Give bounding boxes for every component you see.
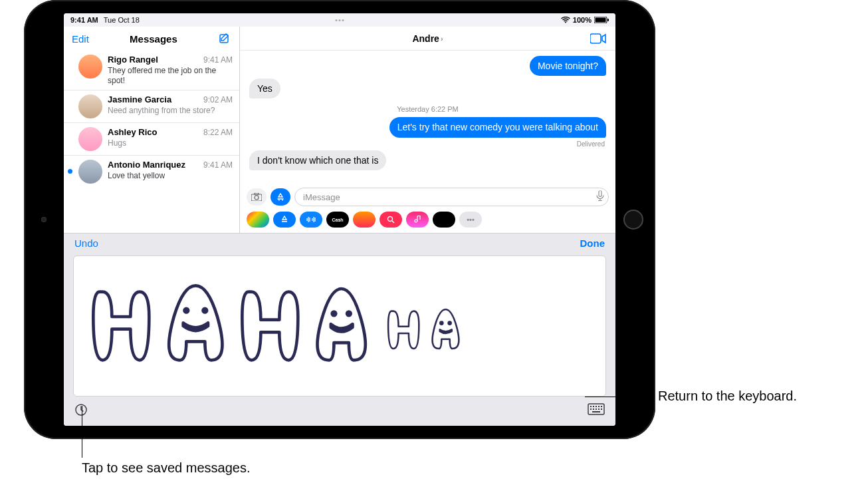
status-date: Tue Oct 18 bbox=[104, 16, 140, 24]
facetime-button[interactable] bbox=[590, 33, 606, 44]
message-bubble-sent[interactable]: Movie tonight? bbox=[530, 56, 606, 76]
wifi-icon bbox=[561, 17, 570, 23]
svg-rect-2 bbox=[607, 19, 609, 21]
avatar bbox=[78, 55, 102, 79]
svg-rect-1 bbox=[596, 18, 606, 23]
chat-timestamp: Yesterday 6:22 PM bbox=[249, 105, 606, 113]
svg-rect-21 bbox=[598, 406, 599, 407]
message-input-row: iMessage bbox=[240, 185, 615, 209]
app-strip: Cash ••• bbox=[240, 209, 615, 233]
message-input[interactable]: iMessage bbox=[294, 188, 609, 206]
battery-icon bbox=[594, 17, 609, 23]
svg-rect-19 bbox=[593, 406, 594, 407]
chat-header: Andre › bbox=[240, 27, 615, 51]
chat-contact-button[interactable]: Andre › bbox=[412, 33, 443, 44]
compose-button[interactable] bbox=[218, 32, 231, 45]
multitask-grabber[interactable] bbox=[336, 19, 344, 21]
app-store[interactable] bbox=[273, 212, 296, 228]
svg-rect-27 bbox=[601, 408, 602, 410]
svg-rect-28 bbox=[592, 411, 600, 412]
camera-icon bbox=[251, 193, 262, 201]
chevron-right-icon: › bbox=[441, 35, 443, 43]
handwriting-canvas[interactable] bbox=[73, 255, 606, 397]
callout-line bbox=[82, 406, 82, 458]
svg-rect-20 bbox=[596, 406, 597, 407]
svg-point-10 bbox=[185, 309, 189, 313]
message-bubble-recv[interactable]: Yes bbox=[249, 79, 280, 98]
app-audio[interactable] bbox=[300, 212, 322, 228]
svg-point-9 bbox=[388, 217, 393, 222]
conversation-preview: They offered me the job on the spot! bbox=[108, 66, 233, 86]
camera-button[interactable] bbox=[247, 188, 267, 206]
keyboard-icon bbox=[588, 403, 605, 415]
conversation-sidebar: Edit Messages Rigo Rangel 9:41 AM bbox=[64, 27, 240, 233]
app-store-button[interactable] bbox=[271, 188, 290, 206]
conversation-time: 8:22 AM bbox=[203, 128, 233, 137]
unread-dot-icon bbox=[68, 169, 72, 174]
edit-button[interactable]: Edit bbox=[72, 33, 89, 45]
svg-rect-4 bbox=[590, 34, 601, 43]
svg-point-13 bbox=[347, 312, 351, 316]
handwriting-panel: Undo Done bbox=[64, 233, 615, 426]
handwriting-drawing bbox=[87, 279, 521, 373]
svg-point-14 bbox=[440, 322, 443, 325]
app-search[interactable] bbox=[380, 212, 402, 228]
app-music[interactable] bbox=[406, 212, 429, 228]
message-bubble-sent[interactable]: Let's try that new comedy you were talki… bbox=[389, 117, 606, 137]
saved-messages-button[interactable] bbox=[74, 403, 88, 422]
conversation-preview: Love that yellow bbox=[108, 171, 233, 181]
done-button[interactable]: Done bbox=[580, 238, 605, 249]
app-photos[interactable] bbox=[247, 212, 269, 228]
dictation-button[interactable] bbox=[596, 191, 604, 204]
battery-pct: 100% bbox=[573, 16, 592, 24]
conversation-preview: Hugs bbox=[108, 138, 233, 148]
conversation-time: 9:41 AM bbox=[203, 160, 233, 170]
app-more[interactable]: ••• bbox=[459, 212, 482, 228]
conversation-name: Jasmine Garcia bbox=[108, 94, 171, 104]
conversation-item[interactable]: Jasmine Garcia 9:02 AM Need anything fro… bbox=[64, 90, 239, 123]
message-bubble-recv[interactable]: I don't know which one that is bbox=[249, 150, 386, 170]
svg-point-11 bbox=[203, 309, 207, 313]
avatar bbox=[78, 127, 102, 151]
undo-button[interactable]: Undo bbox=[74, 238, 98, 249]
conversation-time: 9:41 AM bbox=[203, 55, 233, 65]
conversation-item[interactable]: Ashley Rico 8:22 AM Hugs bbox=[64, 123, 239, 156]
status-time: 9:41 AM bbox=[70, 16, 98, 24]
app-digital-touch[interactable] bbox=[433, 212, 455, 228]
svg-rect-8 bbox=[599, 191, 601, 197]
svg-rect-25 bbox=[596, 408, 597, 410]
app-apple-cash[interactable]: Cash bbox=[326, 212, 349, 228]
svg-rect-23 bbox=[590, 408, 592, 410]
svg-rect-24 bbox=[593, 408, 594, 410]
delivered-status: Delivered bbox=[249, 140, 606, 148]
home-button[interactable] bbox=[623, 210, 643, 230]
app-memoji[interactable] bbox=[353, 212, 376, 228]
status-bar: 9:41 AM Tue Oct 18 100% bbox=[64, 13, 615, 27]
front-camera-dot bbox=[41, 217, 47, 222]
svg-point-12 bbox=[332, 312, 336, 316]
conversation-time: 9:02 AM bbox=[203, 95, 233, 104]
callout-saved: Tap to see saved messages. bbox=[82, 460, 250, 476]
chat-body[interactable]: Movie tonight? Yes Yesterday 6:22 PM Let… bbox=[240, 51, 615, 185]
keyboard-button[interactable] bbox=[588, 403, 605, 422]
svg-point-15 bbox=[449, 322, 451, 325]
svg-rect-22 bbox=[601, 406, 602, 407]
avatar bbox=[78, 94, 102, 118]
conversation-item[interactable]: Antonio Manriquez 9:41 AM Love that yell… bbox=[64, 156, 239, 188]
sidebar-title: Messages bbox=[89, 33, 218, 45]
avatar bbox=[78, 160, 102, 184]
conversation-name: Antonio Manriquez bbox=[108, 160, 185, 170]
ipad-frame: 9:41 AM Tue Oct 18 100% Edit Mes bbox=[24, 0, 655, 439]
conversation-list[interactable]: Rigo Rangel 9:41 AM They offered me the … bbox=[64, 51, 239, 233]
chat-contact-name: Andre bbox=[412, 33, 439, 44]
conversation-name: Rigo Rangel bbox=[108, 55, 158, 65]
callout-line bbox=[585, 397, 651, 397]
svg-point-6 bbox=[255, 196, 259, 200]
svg-rect-18 bbox=[590, 406, 592, 407]
callout-keyboard: Return to the keyboard. bbox=[658, 389, 797, 404]
conversation-item[interactable]: Rigo Rangel 9:41 AM They offered me the … bbox=[64, 51, 239, 90]
conversation-preview: Need anything from the store? bbox=[108, 106, 233, 116]
appstore-icon bbox=[276, 193, 284, 201]
screen: 9:41 AM Tue Oct 18 100% Edit Mes bbox=[64, 13, 615, 426]
svg-rect-26 bbox=[598, 408, 599, 410]
